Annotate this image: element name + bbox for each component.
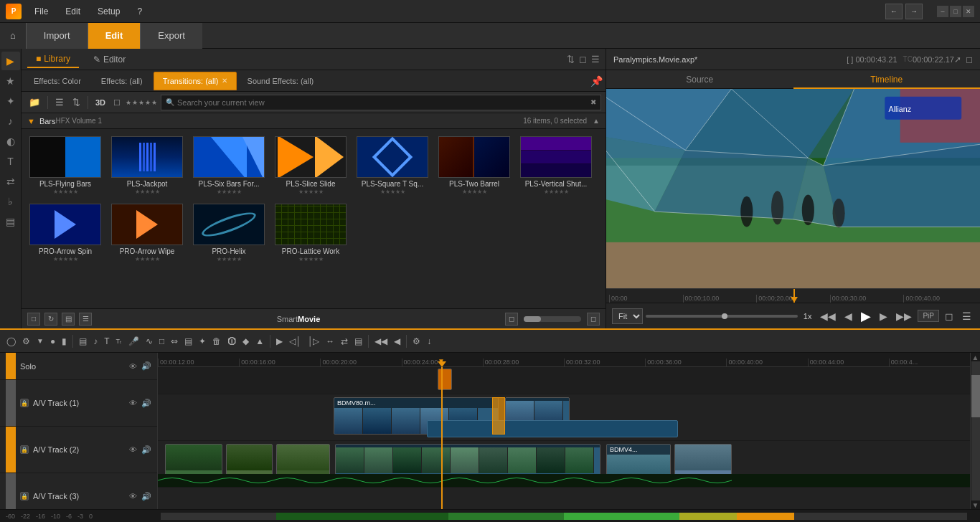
back-button[interactable]: ← <box>885 4 903 19</box>
sidebar-media-icon[interactable]: ▶ <box>1 52 20 70</box>
export-button[interactable]: Export <box>140 23 202 49</box>
list-icon[interactable]: ☰ <box>52 94 67 110</box>
fit-selector[interactable]: Fit <box>612 308 643 324</box>
folder-icon[interactable]: 📁 <box>26 94 43 110</box>
smart-bar-window-icon[interactable]: ◻ <box>505 313 518 326</box>
list-item[interactable]: PRO-Helix ★★★★★ <box>189 201 268 265</box>
zoom-knob[interactable] <box>722 313 727 319</box>
search-box[interactable]: 🔍 ✖ <box>161 95 601 110</box>
smart-bar-thumb-icon[interactable]: □ <box>27 313 40 326</box>
tl-record-icon[interactable]: ● <box>48 335 57 348</box>
edit-button[interactable]: Edit <box>88 23 141 49</box>
track-audio-3[interactable]: 🔊 <box>141 492 151 501</box>
tl-snapshot-icon[interactable]: ▤ <box>352 335 364 348</box>
sidebar-transition-icon[interactable]: ◐ <box>1 132 20 151</box>
tl-ripple-icon[interactable]: ↔ <box>324 335 336 348</box>
sidebar-audio-icon[interactable]: ♪ <box>1 112 20 130</box>
tab-close-icon[interactable]: ✕ <box>222 77 227 85</box>
tl-settings-icon[interactable]: ⚙ <box>20 335 32 348</box>
library-tab[interactable]: ■ Library <box>27 51 79 68</box>
minimize-button[interactable]: – <box>937 6 948 17</box>
track-audio-solo[interactable]: 🔊 <box>141 361 151 371</box>
list-item[interactable]: PRO-Lattice Work ★★★★★ <box>271 201 350 265</box>
tab-effects-all[interactable]: Effects: (all) <box>92 72 152 90</box>
track-audio-1[interactable]: 🔊 <box>141 399 151 408</box>
track-visibility-1[interactable]: 👁 <box>129 399 137 407</box>
forward-button[interactable]: → <box>905 4 923 19</box>
menu-help[interactable]: ? <box>133 5 146 18</box>
list-item[interactable]: PRO-Arrow Wipe ★★★★★ <box>108 201 187 265</box>
list-item[interactable]: PLS-Two Barrel ★★★★★ <box>435 133 514 198</box>
tl-marker2-icon[interactable]: ▲ <box>253 335 266 348</box>
editor-tab[interactable]: ✎ Editor <box>85 52 134 67</box>
maximize-button[interactable]: □ <box>950 6 961 17</box>
tl-prev-icon[interactable]: ◀ <box>392 335 402 348</box>
tl-crop-icon[interactable]: □ <box>157 335 166 348</box>
zoom-bar[interactable] <box>646 315 798 318</box>
close-button[interactable]: ✕ <box>963 6 974 17</box>
lib-pin-icon[interactable]: ⇅ <box>567 54 575 65</box>
clip-3[interactable] <box>427 420 678 437</box>
track-audio-2[interactable]: 🔊 <box>141 445 151 455</box>
tab-source[interactable]: Source <box>606 70 793 89</box>
tl-merge-icon[interactable]: ⇔ <box>169 335 180 348</box>
lib-settings-icon[interactable]: ☰ <box>591 54 600 65</box>
menu-setup[interactable]: Setup <box>93 5 124 18</box>
prev-keyframe-button[interactable]: ◀◀ <box>817 309 839 323</box>
tl-mic-icon[interactable]: 🎤 <box>126 335 141 348</box>
track-lock-2[interactable]: 🔒 <box>20 445 29 454</box>
list-item[interactable]: PLS-Square T Sq... ★★★★★ <box>353 133 432 198</box>
step-back-button[interactable]: ◀ <box>842 309 855 323</box>
tl-vol-icon[interactable]: ⚙ <box>410 335 423 348</box>
list-item[interactable]: PLS-Flying Bars ★★★★★ <box>26 133 105 198</box>
tl-marker-icon[interactable]: ◆ <box>240 335 251 348</box>
list-item[interactable]: PLS-Vertical Shut... ★★★★★ <box>517 133 595 198</box>
tl-back-icon[interactable]: ◀◀ <box>372 335 390 348</box>
track-visibility-solo[interactable]: 👁 <box>129 362 137 371</box>
sidebar-motion-icon[interactable]: ⇄ <box>1 172 20 191</box>
tl-arrow-icon[interactable]: ▼ <box>34 336 46 346</box>
sidebar-fx2-icon[interactable]: ✦ <box>1 92 20 110</box>
smart-bar-refresh-icon[interactable]: ↻ <box>44 313 57 326</box>
pip-button[interactable]: PiP <box>918 310 939 322</box>
pin-icon[interactable]: 📌 <box>590 75 603 87</box>
sidebar-text-icon[interactable]: T <box>1 152 20 171</box>
play-button[interactable]: ▶ <box>858 307 874 326</box>
preview-more-icon[interactable]: ☰ <box>959 309 974 323</box>
tl-delete-icon[interactable]: 🗑 <box>210 335 223 348</box>
filter-icon[interactable]: □ <box>111 94 123 110</box>
tl-music-icon[interactable]: ♪ <box>91 335 100 348</box>
tab-sound-effects[interactable]: Sound Effects: (all) <box>238 72 324 90</box>
tl-split-icon[interactable]: ▤ <box>182 335 194 348</box>
tab-timeline[interactable]: Timeline <box>793 70 981 89</box>
tab-effects-color[interactable]: Effects: Color <box>24 72 90 90</box>
menu-edit[interactable]: Edit <box>61 5 85 18</box>
tl-text2-icon[interactable]: Tₜ <box>114 336 125 346</box>
track-visibility-3[interactable]: 👁 <box>129 492 137 500</box>
preview-expand-icon[interactable]: ◻ <box>942 309 956 323</box>
preview-window-icon[interactable]: ◻ <box>966 54 973 65</box>
star-filter[interactable]: ★★★★★ <box>126 99 158 106</box>
solo-clip[interactable] <box>438 369 452 390</box>
tl-curve-icon[interactable]: ∿ <box>143 335 155 348</box>
search-input[interactable] <box>177 98 590 107</box>
section-header[interactable]: ▼ Bars HFX Volume 1 16 items, 0 selected… <box>22 113 606 129</box>
smart-bar-expand-icon[interactable]: ◻ <box>587 313 600 326</box>
tl-trim-right-icon[interactable]: │▷ <box>306 335 322 348</box>
tl-trim-left-icon[interactable]: ◁│ <box>287 335 303 348</box>
scroll-up-icon[interactable]: ▲ <box>593 117 600 125</box>
smart-bar-menu-icon[interactable]: ☰ <box>79 313 92 326</box>
search-clear-icon[interactable]: ✖ <box>590 98 596 106</box>
tl-text-icon[interactable]: T <box>102 335 111 348</box>
list-item[interactable]: PLS-Six Bars For... ★★★★★ <box>189 133 268 198</box>
menu-file[interactable]: File <box>30 5 52 18</box>
tl-vol-dn-icon[interactable]: ↓ <box>425 335 433 348</box>
tl-import-icon[interactable]: ▮ <box>60 335 69 348</box>
scroll-down-btn[interactable]: ▼ <box>971 500 980 509</box>
sidebar-fx3-icon[interactable]: ♭ <box>1 192 20 211</box>
sidebar-fx-icon[interactable]: ★ <box>1 72 20 90</box>
tl-slip-icon[interactable]: ⇄ <box>339 335 350 348</box>
3d-label[interactable]: 3D <box>93 95 108 110</box>
tab-transitions-all[interactable]: Transitions: (all) ✕ <box>154 72 237 90</box>
scroll-thumb[interactable] <box>971 375 980 417</box>
